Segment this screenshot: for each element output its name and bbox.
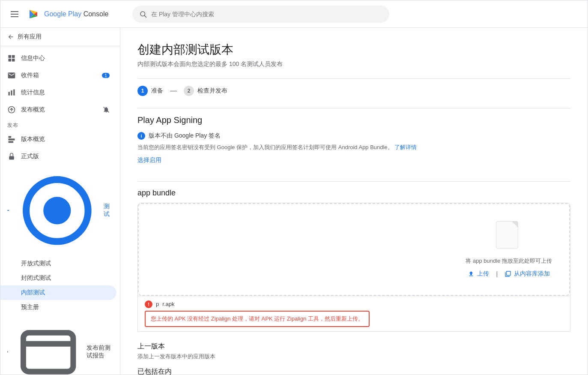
step-1: 1 准备 — [137, 86, 163, 96]
chevron-right-icon — [6, 348, 10, 355]
svg-rect-6 — [12, 59, 15, 62]
sidebar-sub-pre-register[interactable]: 预主册 — [0, 300, 116, 315]
step-1-circle: 1 — [137, 86, 148, 96]
step-1-label: 准备 — [151, 87, 163, 95]
sidebar-release-label: 正式版 — [21, 153, 39, 160]
sidebar-item-version-overview[interactable]: 版本概览 — [0, 131, 116, 148]
apk-filename: p — [156, 301, 159, 307]
sidebar-test-label: 测试 — [104, 203, 113, 218]
sidebar-item-info-center[interactable]: 信息中心 — [0, 50, 116, 67]
apk-error-box: 您上传的 APK 没有经过 Zipalign 处理，请对 APK 运行 Zipa… — [145, 311, 370, 327]
sidebar-item-release[interactable]: 正式版 — [0, 148, 116, 165]
page-title: 创建内部测试版本 — [137, 42, 570, 58]
back-arrow-icon — [7, 33, 14, 40]
bundle-section-title: app bundle — [137, 189, 570, 198]
sidebar-pre-release-label: 发布前测试报告 — [87, 344, 113, 360]
svg-rect-12 — [9, 136, 12, 138]
svg-rect-3 — [9, 55, 12, 58]
info-icon: i — [137, 132, 145, 140]
svg-rect-7 — [9, 92, 10, 95]
topbar-left: Google Play Console — [7, 7, 127, 21]
svg-rect-5 — [9, 59, 12, 62]
lock-icon — [7, 152, 16, 161]
versions-icon — [7, 135, 16, 144]
action-divider: | — [496, 270, 498, 277]
previous-version-section: 上一版本 添加上一发布版本中的应用版本 已包括在内 — [137, 342, 570, 375]
svg-rect-18 — [23, 333, 73, 372]
signing-warning-row: i 版本不由 Google Play 签名 — [137, 132, 570, 140]
publish-section-label: 发布 — [0, 118, 120, 131]
svg-line-2 — [144, 15, 146, 17]
svg-rect-15 — [9, 156, 14, 159]
upload-button[interactable]: 上传 — [468, 270, 489, 278]
signing-warning-label: 版本不由 Google Play 签名 — [149, 132, 221, 140]
learn-more-link[interactable]: 了解详情 — [394, 144, 417, 150]
test-icon — [16, 169, 98, 252]
search-input[interactable] — [151, 11, 382, 18]
sidebar-item-publish-overview[interactable]: 发布概览 — [0, 101, 116, 118]
upload-hint: 将 app bundle 拖放至此处即可上传 — [466, 257, 552, 265]
apk-row: ! p r.apk 您上传的 APK 没有经过 Zipalign 处理，请对 A… — [137, 296, 570, 332]
sidebar-inbox-label: 收件箱 — [21, 72, 39, 79]
inbox-icon — [7, 71, 16, 80]
apk-error-icon: ! — [145, 300, 152, 308]
divider-2 — [137, 108, 570, 108]
sidebar-sub-internal-test[interactable]: 内部测试 — [0, 285, 116, 300]
upload-area[interactable]: 将 app bundle 拖放至此处即可上传 上传 | — [138, 203, 570, 296]
library-button[interactable]: 从内容库添加 — [504, 270, 550, 278]
notification-off-icon — [103, 106, 110, 113]
search-bar[interactable] — [132, 6, 389, 23]
hamburger-button[interactable] — [7, 8, 22, 21]
inbox-badge: 1 — [102, 73, 110, 78]
signing-description: 当前您的应用签名密钥没有受到 Google 保护，加入我们的应用签名计划即可使用… — [137, 143, 570, 152]
sidebar-item-pre-release[interactable]: 发布前测试报告 — [0, 315, 120, 375]
pre-release-icon — [15, 319, 81, 375]
divider-1 — [137, 78, 570, 79]
divider-3 — [137, 181, 570, 182]
main-content: 创建内部测试版本 内部测试版本会面向您选定的最多 100 名测试人员发布 1 准… — [120, 28, 588, 375]
body: 所有应用 信息中心 收件箱 1 — [0, 28, 588, 375]
bar-chart-icon — [7, 88, 16, 97]
apk-ext: r.apk — [162, 301, 174, 307]
sidebar-item-statistics[interactable]: 统计信息 — [0, 84, 116, 101]
svg-rect-9 — [13, 90, 15, 96]
included-title: 已包括在内 — [137, 367, 570, 375]
dashboard-icon — [7, 54, 16, 63]
svg-rect-14 — [9, 141, 14, 143]
upload-container: 将 app bundle 拖放至此处即可上传 上传 | — [137, 203, 570, 296]
sidebar: 所有应用 信息中心 收件箱 1 — [0, 28, 120, 375]
step-connector: — — [170, 87, 177, 95]
search-icon — [139, 10, 147, 18]
sidebar-version-overview-label: 版本概览 — [21, 135, 45, 143]
file-icon — [496, 221, 522, 252]
publish-icon — [7, 105, 16, 114]
step-2-circle: 2 — [184, 86, 194, 96]
sidebar-sub-closed-test[interactable]: 封闭式测试 — [0, 271, 116, 285]
svg-point-17 — [44, 197, 71, 224]
topbar: Google Play Console — [0, 0, 588, 28]
back-button[interactable]: 所有应用 — [0, 28, 120, 46]
back-label: 所有应用 — [18, 33, 42, 41]
svg-rect-4 — [12, 55, 15, 58]
sidebar-publish-overview-label: 发布概览 — [21, 106, 45, 114]
signing-section-title: Play App Signing — [137, 115, 570, 125]
step-2-label: 检查并发布 — [197, 87, 227, 95]
page-subtitle: 内部测试版本会面向您选定的最多 100 名测试人员发布 — [137, 60, 570, 68]
sidebar-item-inbox[interactable]: 收件箱 1 — [0, 67, 116, 84]
chevron-down-icon — [6, 207, 11, 214]
play-logo-icon — [27, 7, 41, 21]
previous-version-title: 上一版本 — [137, 342, 570, 351]
logo-text: Google Play Console — [44, 10, 108, 18]
upload-icon — [468, 270, 475, 277]
sidebar-sub-open-test[interactable]: 开放式测试 — [0, 256, 116, 271]
sidebar-item-test[interactable]: 测试 — [0, 165, 120, 256]
svg-rect-8 — [11, 90, 12, 96]
library-icon — [504, 270, 511, 277]
logo-area: Google Play Console — [27, 7, 108, 21]
step-2: 2 检查并发布 — [184, 86, 227, 96]
apk-file-info: ! p r.apk — [145, 300, 174, 308]
previous-version-desc: 添加上一发布版本中的应用版本 — [137, 353, 570, 360]
enable-link[interactable]: 选择启用 — [137, 156, 161, 163]
svg-rect-13 — [9, 138, 15, 140]
upload-right: 将 app bundle 拖放至此处即可上传 上传 | — [466, 221, 552, 278]
